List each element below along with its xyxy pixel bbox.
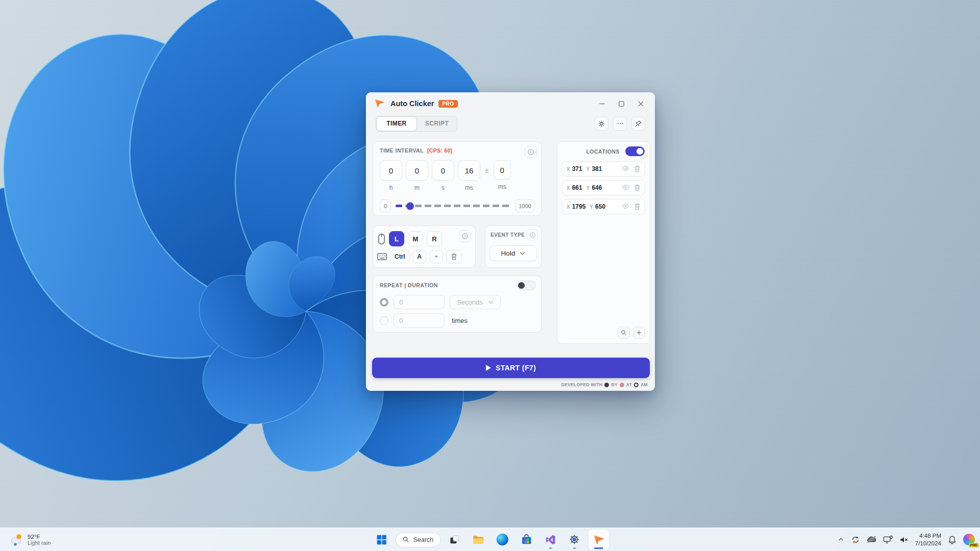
app-logo-icon xyxy=(374,98,385,109)
file-explorer-icon xyxy=(473,535,484,545)
window-title: Auto Clicker xyxy=(390,99,434,108)
x-label: X xyxy=(567,166,570,172)
sync-icon xyxy=(851,535,860,544)
minutes-unit: m xyxy=(414,184,420,191)
click-options-info-button[interactable] xyxy=(459,230,471,242)
settings-app-button[interactable] xyxy=(564,530,584,550)
y-label: Y xyxy=(586,166,590,172)
hours-unit: h xyxy=(389,184,393,191)
auto-clicker-taskbar-button[interactable] xyxy=(588,530,608,550)
weather-widget[interactable]: 92°F Light rain xyxy=(5,528,55,551)
y-value: 381 xyxy=(592,165,602,172)
count-unit-label: times xyxy=(452,317,468,324)
footer-text-4: AM xyxy=(641,382,648,387)
count-input[interactable] xyxy=(394,313,445,328)
locations-card: LOCATIONS X 371 Y 381 X 661 Y 646 xyxy=(557,141,650,344)
eye-icon[interactable] xyxy=(622,165,629,171)
eye-icon[interactable] xyxy=(622,184,629,190)
settings-gear-icon xyxy=(569,534,580,545)
minimize-button[interactable] xyxy=(592,96,611,111)
more-options-button[interactable] xyxy=(613,117,627,131)
hotkey-ctrl-button[interactable]: Ctrl xyxy=(390,250,409,263)
minutes-input[interactable] xyxy=(406,160,428,181)
info-icon xyxy=(461,233,469,240)
slider-thumb[interactable] xyxy=(406,202,414,210)
clock-emoji-icon xyxy=(634,383,639,387)
active-app-indicator xyxy=(594,547,603,549)
x-value: 1795 xyxy=(572,203,586,210)
volume-muted-button[interactable] xyxy=(899,536,909,544)
taskbar-search[interactable]: Search xyxy=(396,532,441,547)
location-row[interactable]: X 661 Y 646 xyxy=(562,180,645,195)
running-indicator xyxy=(573,547,576,549)
y-value: 646 xyxy=(592,184,602,191)
x-value: 661 xyxy=(572,184,582,191)
weather-temperature: 92°F xyxy=(28,534,51,540)
cps-label: [CPS: 60] xyxy=(427,147,452,154)
microsoft-store-button[interactable] xyxy=(516,530,536,550)
add-location-button[interactable] xyxy=(633,327,645,339)
mouse-middle-button[interactable]: M xyxy=(408,231,423,246)
info-icon xyxy=(529,232,536,238)
hotkey-a-button[interactable]: A xyxy=(413,250,426,263)
copilot-button[interactable]: PRE xyxy=(963,534,975,545)
search-location-button[interactable] xyxy=(618,327,630,339)
visual-studio-button[interactable] xyxy=(540,530,560,550)
tab-script[interactable]: SCRIPT xyxy=(417,116,457,131)
weather-condition: Light rain xyxy=(28,540,51,546)
bell-icon xyxy=(948,535,957,544)
trash-icon[interactable] xyxy=(634,184,641,191)
locations-toggle[interactable] xyxy=(625,146,645,156)
running-indicator xyxy=(549,547,552,549)
auto-clicker-window: Auto Clicker PRO TIMER SCRIPT xyxy=(366,92,655,391)
time-interval-info-button[interactable] xyxy=(525,146,537,158)
mouse-right-button[interactable]: R xyxy=(427,231,442,246)
task-view-button[interactable] xyxy=(444,530,464,550)
remove-keys-button[interactable] xyxy=(447,250,461,263)
add-key-button[interactable]: + xyxy=(430,250,443,263)
trash-icon[interactable] xyxy=(634,165,641,172)
toggle-knob xyxy=(636,148,643,155)
seconds-input[interactable] xyxy=(432,160,454,181)
info-icon xyxy=(527,148,534,156)
auto-clicker-icon xyxy=(592,534,604,546)
notifications-button[interactable] xyxy=(948,535,957,544)
trash-icon[interactable] xyxy=(634,203,641,210)
settings-button[interactable] xyxy=(595,117,608,131)
taskbar-clock[interactable]: 4:48 PM 7/10/2024 xyxy=(915,532,941,547)
location-row[interactable]: X 371 Y 381 xyxy=(562,161,645,177)
x-value: 371 xyxy=(572,165,582,172)
keyboard-icon xyxy=(377,253,387,260)
eye-icon[interactable] xyxy=(622,203,629,209)
file-explorer-button[interactable] xyxy=(468,530,488,550)
milliseconds-input[interactable] xyxy=(458,160,480,181)
onedrive-paused-button[interactable] xyxy=(867,536,876,543)
start-menu-button[interactable] xyxy=(372,530,392,550)
hidden-icons-button[interactable] xyxy=(838,536,844,543)
hours-input[interactable] xyxy=(380,160,402,181)
sync-status-button[interactable] xyxy=(851,535,860,544)
milliseconds-unit: ms xyxy=(465,184,473,191)
location-row[interactable]: X 1795 Y 650 xyxy=(562,199,645,214)
event-type-info-button[interactable] xyxy=(527,229,538,240)
start-button[interactable]: START (F7) xyxy=(372,358,650,378)
count-radio[interactable] xyxy=(380,316,388,325)
close-button[interactable] xyxy=(631,96,650,111)
duration-input[interactable] xyxy=(394,295,445,309)
interval-slider[interactable] xyxy=(396,205,511,207)
random-offset-input[interactable] xyxy=(494,160,511,180)
x-label: X xyxy=(567,185,570,191)
tab-timer[interactable]: TIMER xyxy=(376,116,417,131)
event-type-dropdown[interactable]: Hold xyxy=(489,245,537,261)
y-label: Y xyxy=(586,185,590,191)
maximize-button[interactable] xyxy=(611,96,631,111)
repeat-toggle[interactable] xyxy=(517,281,536,290)
copilot-preview-badge: PRE xyxy=(969,543,979,547)
edge-browser-button[interactable] xyxy=(492,530,512,550)
duration-unit-dropdown[interactable]: Seconds xyxy=(450,295,501,309)
mouse-left-button[interactable]: L xyxy=(389,231,404,246)
duration-radio[interactable] xyxy=(380,298,388,307)
network-button[interactable] xyxy=(883,535,893,544)
pin-on-top-button[interactable] xyxy=(631,117,645,131)
weather-rain-icon xyxy=(9,533,23,546)
